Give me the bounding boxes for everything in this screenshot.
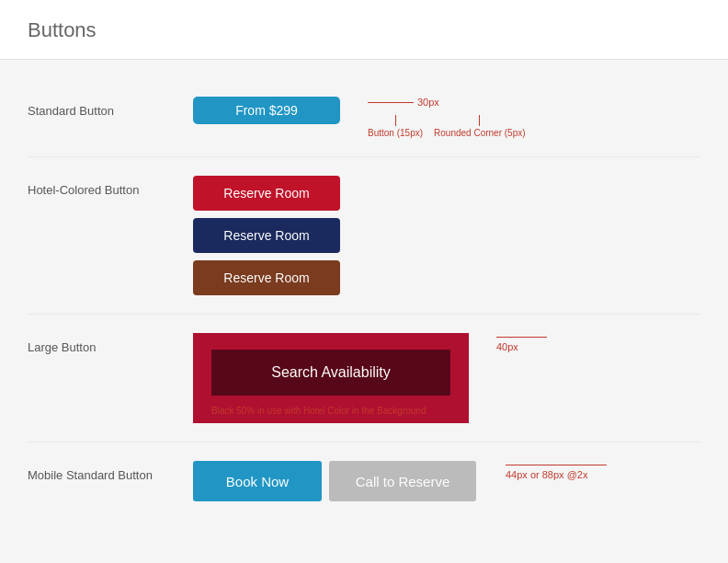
hotel-brown-button[interactable]: Reserve Room xyxy=(193,260,340,295)
mobile-button-row: Mobile Standard Button Book Now Call to … xyxy=(28,442,700,520)
corner-vline xyxy=(479,115,480,126)
standard-button-row: Standard Button From $299 30px Button (1… xyxy=(28,78,700,157)
large-button-label: Large Button xyxy=(28,333,193,354)
mobile-ann-line xyxy=(506,465,607,465)
padding-vline xyxy=(395,115,396,126)
padding-annotation: Button (15px) xyxy=(368,115,423,138)
large-button-note: Black 50% in use with Hotel Color in the… xyxy=(211,406,426,416)
large-search-button[interactable]: Search Availability xyxy=(211,350,450,396)
mobile-annotation: 44px or 88px @2x xyxy=(506,461,607,480)
call-reserve-button[interactable]: Call to Reserve xyxy=(329,461,476,501)
hotel-navy-button[interactable]: Reserve Room xyxy=(193,218,340,253)
height-label: 30px xyxy=(417,97,439,108)
large-annotation: 40px xyxy=(496,333,547,352)
content-area: Standard Button From $299 30px Button (1… xyxy=(0,60,728,538)
padding-label: Button (15px) xyxy=(368,128,423,138)
corner-label: Rounded Corner (5px) xyxy=(434,128,526,138)
corner-annotation: Rounded Corner (5px) xyxy=(434,115,526,138)
hotel-button-row: Hotel-Colored Button Reserve Room Reserv… xyxy=(28,157,700,315)
standard-button[interactable]: From $299 xyxy=(193,97,340,124)
large-button-wrapper: Search Availability Black 50% in use wit… xyxy=(193,333,469,423)
annotation-bottom-row: Button (15px) Rounded Corner (5px) xyxy=(368,115,526,138)
mobile-button-group: Book Now Call to Reserve xyxy=(193,461,476,501)
page-title: Buttons xyxy=(28,18,700,42)
standard-button-container: From $299 xyxy=(193,97,340,124)
hotel-button-group: Reserve Room Reserve Room Reserve Room xyxy=(193,176,340,295)
large-ann-line xyxy=(496,337,547,338)
page-header: Buttons xyxy=(0,0,728,60)
large-height-label: 40px xyxy=(496,341,547,352)
standard-annotation: 30px Button (15px) Rounded Corner (5px) xyxy=(368,97,526,138)
standard-height-annotation: 30px xyxy=(368,97,526,108)
mobile-size-label: 44px or 88px @2x xyxy=(506,469,607,480)
book-now-button[interactable]: Book Now xyxy=(193,461,322,501)
standard-button-label: Standard Button xyxy=(28,97,193,118)
mobile-button-label: Mobile Standard Button xyxy=(28,461,193,482)
large-button-row: Large Button Search Availability Black 5… xyxy=(28,315,700,442)
hotel-button-label: Hotel-Colored Button xyxy=(28,176,193,197)
hotel-red-button[interactable]: Reserve Room xyxy=(193,176,340,211)
annotation-line xyxy=(368,102,414,103)
